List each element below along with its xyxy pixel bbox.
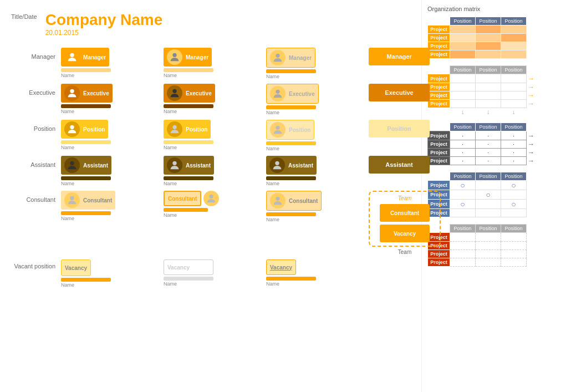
vacant-card-2: Vacancy Name bbox=[164, 259, 249, 288]
matrix-4-c42 bbox=[476, 209, 501, 217]
assistant-simple-4: Assistant bbox=[369, 156, 430, 174]
matrix-4-c31: ○ bbox=[450, 200, 476, 209]
vacant-title-1: Vacancy bbox=[65, 265, 87, 271]
position-name-2: Name bbox=[164, 145, 177, 150]
matrix-2-down-3: ↓ bbox=[501, 108, 527, 116]
svg-point-8 bbox=[276, 126, 279, 130]
matrix-2-arrow-2: → bbox=[527, 83, 535, 91]
team-vacancy-label: Vacancy bbox=[394, 231, 416, 237]
executive-row: Executive Executive Name bbox=[11, 84, 416, 115]
matrix-5-c43 bbox=[501, 258, 527, 267]
matrix-3-arrow-col bbox=[527, 123, 535, 131]
matrix-5-h2: Position bbox=[476, 225, 501, 233]
matrix-5-row-1: Project bbox=[428, 233, 527, 242]
position-row-label: Position bbox=[11, 120, 61, 132]
executive-card-1: Executive Name bbox=[61, 84, 147, 115]
matrix-1-c43 bbox=[501, 50, 527, 59]
svg-point-11 bbox=[275, 161, 279, 165]
executive-name-1: Name bbox=[61, 109, 74, 114]
matrix-2-row-3: Project → bbox=[428, 91, 535, 100]
matrix-5-c23 bbox=[501, 242, 527, 250]
svg-point-6 bbox=[70, 125, 74, 129]
assistant-name-2: Name bbox=[164, 181, 177, 186]
manager-top-2: Manager bbox=[164, 48, 212, 67]
consultant-top-3: Consultant bbox=[266, 191, 322, 211]
matrix-3-c31: · bbox=[450, 149, 476, 157]
consultant-title-1: Consultant bbox=[83, 197, 112, 203]
team-label-bottom: Team bbox=[369, 249, 441, 255]
position-name-bar-3 bbox=[266, 141, 316, 145]
avatar-3 bbox=[270, 50, 286, 65]
matrix-3-h1: Position bbox=[450, 123, 476, 131]
matrix-3-header-row: Position Position Position bbox=[428, 123, 535, 131]
matrix-3-arrow-1: → bbox=[527, 131, 535, 140]
matrix-1-c22 bbox=[476, 34, 501, 42]
manager-title-2: Manager bbox=[186, 54, 208, 60]
consultant-card-2: Consultant Name bbox=[164, 191, 249, 255]
cons-avatar-1 bbox=[64, 192, 80, 208]
executive-name-bar-2 bbox=[164, 104, 213, 108]
consultant-name-1: Name bbox=[61, 216, 74, 221]
matrix-2-c41 bbox=[450, 100, 476, 108]
consultant-name-bar-2 bbox=[164, 208, 208, 212]
assistant-label-4: Assistant bbox=[385, 161, 413, 168]
consultant-cards: Consultant Name Consultant bbox=[61, 191, 441, 255]
team-box-label-top: Team bbox=[398, 195, 412, 201]
matrix-1-c32 bbox=[476, 42, 501, 50]
matrix-5-c11 bbox=[450, 233, 476, 242]
matrix-5-c21 bbox=[450, 242, 476, 250]
assistant-title-2: Assistant bbox=[186, 162, 211, 169]
matrix-3-c33: · bbox=[501, 149, 527, 157]
manager-row: Manager Manager Name bbox=[11, 48, 416, 79]
consultant-top-2: Consultant bbox=[164, 191, 201, 206]
matrix-4-row-2: Project ○ bbox=[428, 190, 527, 200]
executive-name-bar-1 bbox=[61, 104, 111, 108]
executive-top-2: Executive bbox=[164, 84, 215, 103]
right-panel: Organization matrix Position Position Po… bbox=[421, 0, 576, 392]
consultant-name-2: Name bbox=[164, 212, 177, 218]
matrix-1-row-3: Project bbox=[428, 42, 527, 50]
matrix-1-h3: Position bbox=[501, 17, 527, 26]
matrix-3-arrow-4: → bbox=[527, 157, 535, 165]
cons-avatar-2 bbox=[203, 191, 219, 206]
executive-card-3: Executive Name bbox=[266, 84, 352, 115]
position-card-2: Position Name bbox=[164, 120, 249, 151]
position-title-2: Position bbox=[186, 126, 207, 133]
matrix-1-c23 bbox=[501, 34, 527, 42]
executive-name-3: Name bbox=[266, 110, 279, 115]
svg-point-7 bbox=[172, 125, 176, 129]
matrix-2-c22 bbox=[476, 83, 501, 91]
svg-point-12 bbox=[70, 196, 74, 200]
vacant-card-4 bbox=[369, 259, 441, 288]
matrix-5-c32 bbox=[476, 250, 501, 258]
assistant-name-bar-3 bbox=[266, 176, 316, 180]
matrix-4-table: Position Position Position Project ○ ○ P… bbox=[427, 172, 527, 217]
asst-avatar-3 bbox=[269, 157, 285, 173]
matrix-3-c13: · bbox=[501, 131, 527, 140]
matrix-3-h2: Position bbox=[476, 123, 501, 131]
vacant-name-bar-3 bbox=[266, 277, 316, 281]
matrix-5-h3: Position bbox=[501, 225, 527, 233]
exec-avatar-1 bbox=[64, 85, 80, 101]
matrix-3-c22: · bbox=[476, 140, 501, 149]
executive-card-4: Executive bbox=[369, 84, 441, 115]
vacant-card-3: Vacancy Name bbox=[266, 259, 352, 288]
company-name: Company Name bbox=[45, 11, 163, 29]
matrix-5-c41 bbox=[450, 258, 476, 267]
vacant-top-2: Vacancy bbox=[164, 259, 213, 275]
consultant-title-2: Consultant bbox=[168, 196, 197, 202]
vacant-card-2-inner: Vacancy Name bbox=[164, 259, 213, 287]
executive-cards: Executive Name Executive Name bbox=[61, 84, 441, 115]
matrix-5-c33 bbox=[501, 250, 527, 258]
matrix-2-arrow-3: → bbox=[527, 91, 535, 100]
manager-title-1: Manager bbox=[83, 54, 106, 60]
vacant-row-label: Vacant position bbox=[11, 259, 61, 269]
matrix-1-c11 bbox=[450, 26, 476, 34]
manager-name-text-2: Name bbox=[164, 73, 177, 78]
matrix-2-header-row: Position Position Position bbox=[428, 66, 535, 74]
matrix-4-c33: ○ bbox=[501, 200, 527, 209]
assistant-cards: Assistant Name Assistant Name bbox=[61, 156, 441, 186]
matrix-2-h1: Position bbox=[450, 66, 476, 74]
exec-avatar-2 bbox=[167, 85, 182, 101]
matrix-1-row-2: Project bbox=[428, 34, 527, 42]
